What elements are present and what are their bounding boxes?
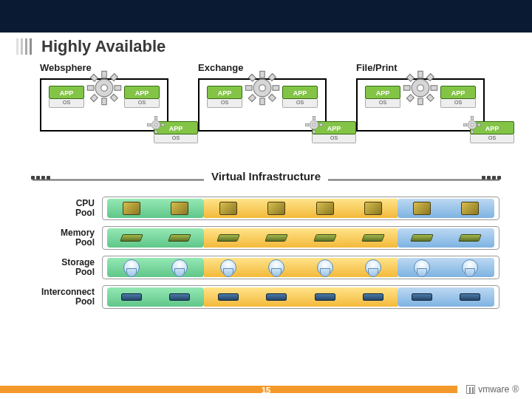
brand-text: vmware: [478, 384, 509, 395]
svg-rect-33: [154, 130, 157, 133]
svg-rect-44: [471, 117, 474, 120]
cpu-icon: [413, 202, 431, 215]
cpu-icon: [267, 202, 285, 215]
svg-rect-6: [90, 74, 98, 81]
svg-rect-9: [110, 74, 117, 81]
gear-icon: [84, 68, 124, 111]
service-label-fileprint: File/Print: [356, 62, 398, 73]
cpu-icon: [364, 202, 382, 215]
app-stack: APP OS: [49, 86, 84, 108]
virtual-infra-banner: Virtual Infrastructure: [33, 170, 499, 189]
svg-rect-34: [148, 123, 151, 126]
banner-dots-icon: [31, 176, 50, 180]
pool-bar: [102, 256, 499, 279]
gear-icon: [303, 114, 325, 136]
storage-icon: [171, 259, 188, 276]
os-label: OS: [49, 99, 84, 108]
nic-icon: [218, 293, 239, 301]
pool-bar: [102, 226, 499, 250]
os-label: OS: [365, 99, 400, 108]
memory-icon: [216, 234, 240, 242]
pool-interconnect-row: InterconnectPool: [33, 284, 499, 310]
os-label: OS: [282, 99, 318, 108]
gear-icon: [242, 68, 282, 111]
svg-rect-46: [464, 123, 467, 126]
cpu-icon: [123, 202, 140, 215]
pool-memory-row: MemoryPool: [33, 225, 499, 251]
app-label: APP: [207, 86, 242, 99]
svg-rect-2: [102, 71, 106, 78]
svg-rect-27: [426, 94, 434, 101]
svg-rect-23: [418, 98, 423, 105]
storage-icon: [220, 259, 236, 276]
svg-point-37: [313, 123, 316, 126]
storage-icon: [414, 259, 430, 276]
banner-dots-icon: [482, 176, 501, 180]
svg-rect-26: [406, 74, 414, 81]
memory-icon: [361, 234, 385, 242]
svg-rect-15: [273, 86, 279, 90]
virtual-infra-label: Virtual Infrastructure: [204, 170, 328, 183]
nic-icon: [315, 293, 335, 301]
memory-icon: [410, 234, 434, 242]
cpu-icon: [316, 202, 334, 215]
app-stack: APP OS: [207, 86, 242, 108]
app-stack: APP OS: [124, 86, 160, 108]
cpu-icon: [219, 202, 237, 215]
nic-icon: [121, 293, 142, 301]
svg-point-1: [101, 85, 108, 92]
app-stack: APP OS: [282, 86, 318, 108]
footer-stripe: [0, 386, 457, 393]
svg-rect-39: [313, 130, 316, 133]
storage-icon: [268, 259, 284, 276]
resource-pools: CPUPool MemoryPool StoragePool Interconn…: [33, 195, 499, 310]
pool-bar: [102, 285, 499, 309]
pool-label: MemoryPool: [33, 228, 102, 248]
os-label: OS: [124, 99, 160, 108]
gear-icon: [400, 68, 440, 111]
svg-rect-16: [248, 74, 256, 81]
top-bar: [0, 0, 532, 33]
app-label: APP: [49, 86, 84, 99]
failover-app: APP OS: [470, 121, 514, 143]
svg-rect-35: [161, 123, 164, 126]
nic-icon: [460, 293, 480, 301]
svg-rect-29: [426, 74, 434, 81]
storage-icon: [317, 259, 333, 276]
pool-cpu-row: CPUPool: [33, 195, 499, 222]
nic-icon: [266, 293, 287, 301]
memory-icon: [120, 234, 143, 242]
cpu-icon: [461, 202, 479, 215]
nic-icon: [169, 293, 190, 301]
svg-rect-28: [406, 95, 414, 102]
svg-rect-8: [90, 95, 98, 102]
svg-point-21: [417, 85, 424, 92]
os-label: OS: [207, 99, 242, 108]
os-label: OS: [440, 99, 476, 108]
svg-rect-13: [260, 98, 265, 105]
svg-rect-41: [319, 123, 322, 126]
pool-label: StoragePool: [33, 258, 102, 277]
svg-rect-45: [471, 130, 474, 133]
failover-app: APP OS: [154, 121, 198, 143]
title-row: Highly Available: [0, 33, 532, 58]
cpu-icon: [171, 202, 188, 215]
app-label: APP: [440, 86, 476, 99]
app-label: APP: [282, 86, 318, 99]
svg-rect-18: [248, 95, 256, 102]
storage-icon: [462, 259, 478, 276]
storage-icon: [123, 259, 140, 276]
svg-rect-19: [268, 74, 276, 81]
service-label-exchange: Exchange: [198, 62, 243, 73]
svg-point-11: [259, 85, 266, 92]
svg-rect-24: [403, 86, 410, 90]
pool-label: InterconnectPool: [33, 287, 102, 307]
svg-rect-32: [154, 117, 157, 120]
pool-label: CPUPool: [33, 199, 102, 218]
storage-icon: [365, 259, 381, 276]
svg-point-31: [154, 123, 157, 126]
app-label: APP: [124, 86, 160, 99]
app-stack: APP OS: [440, 86, 476, 108]
svg-rect-4: [87, 86, 94, 90]
svg-rect-25: [431, 86, 437, 90]
